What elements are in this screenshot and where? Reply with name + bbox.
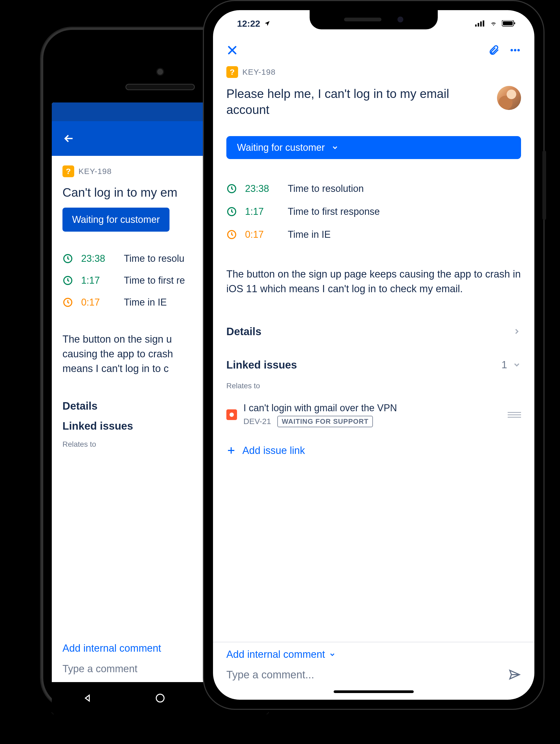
comment-input-row: Type a comment... [213, 663, 534, 684]
sla-label: Time to resolution [288, 183, 364, 194]
iphone-side-button [543, 150, 546, 220]
svg-point-14 [517, 49, 520, 51]
sla-label: Time in IE [288, 229, 331, 240]
linked-issue-status: WAITING FOR SUPPORT [277, 416, 373, 427]
status-label: Waiting for customer [72, 214, 160, 225]
svg-rect-5 [475, 25, 477, 27]
svg-rect-11 [514, 22, 515, 24]
reporter-avatar[interactable] [497, 86, 521, 110]
send-icon[interactable] [508, 668, 521, 681]
linked-issues-label: Linked issues [226, 359, 297, 371]
issue-type-icon: ? [226, 66, 238, 78]
linked-issue-row[interactable]: I can't login with gmail over the VPN DE… [226, 398, 521, 432]
details-label: Details [63, 400, 98, 412]
android-back-icon[interactable] [82, 692, 94, 704]
comment-type-label: Add internal comment [226, 649, 325, 660]
more-icon[interactable] [509, 44, 521, 56]
issue-key: KEY-198 [78, 167, 112, 176]
sla-row: 0:17Time in IE [226, 229, 521, 240]
back-arrow-icon[interactable] [63, 132, 75, 145]
sla-time: 0:17 [81, 297, 116, 308]
issue-type-icon: ? [63, 165, 74, 177]
issue-key-row: ? KEY-198 [226, 66, 521, 78]
iphone-notch [310, 10, 438, 29]
attachment-icon[interactable] [488, 44, 500, 56]
sla-time: 1:17 [245, 206, 280, 217]
sla-time: 0:17 [245, 229, 280, 240]
svg-rect-10 [503, 21, 513, 25]
chevron-right-icon [513, 327, 521, 336]
close-icon[interactable] [226, 44, 238, 56]
issue-description: The button on the sign up page keeps cau… [226, 267, 521, 296]
android-home-icon[interactable] [154, 692, 166, 704]
details-label: Details [226, 326, 261, 338]
location-icon [264, 20, 270, 27]
sla-row: 23:38Time to resolution [226, 183, 521, 194]
add-issue-link-label: Add issue link [242, 445, 305, 456]
chevron-down-icon [331, 144, 339, 151]
nav-bar [213, 37, 534, 64]
svg-point-13 [514, 49, 516, 51]
iphone-home-indicator[interactable] [213, 684, 534, 700]
sla-label: Time to first response [288, 206, 380, 217]
android-camera [156, 68, 164, 76]
sla-label: Time to resolu [124, 253, 184, 264]
plus-icon [226, 446, 236, 455]
chevron-down-icon [329, 651, 336, 658]
sla-time: 23:38 [81, 253, 116, 264]
comment-type-selector[interactable]: Add internal comment [213, 642, 534, 663]
drag-handle-icon[interactable] [508, 412, 521, 418]
sla-list: 23:38Time to resolution1:17Time to first… [226, 183, 521, 240]
linked-issue-key: DEV-21 [244, 417, 271, 426]
details-section[interactable]: Details [226, 326, 521, 338]
status-dropdown[interactable]: Waiting for customer [226, 136, 521, 159]
chevron-down-icon [513, 361, 521, 369]
status-label: Waiting for customer [237, 142, 325, 153]
linked-issues-section[interactable]: Linked issues 1 [226, 359, 521, 371]
svg-rect-7 [480, 21, 482, 27]
cellular-icon [475, 20, 485, 27]
svg-rect-8 [483, 21, 484, 27]
linked-count: 1 [501, 359, 507, 371]
wifi-icon [489, 20, 498, 27]
sla-time: 23:38 [245, 183, 280, 194]
sla-time: 1:17 [81, 275, 116, 286]
linked-issues-label: Linked issues [63, 420, 133, 432]
svg-point-12 [511, 49, 513, 51]
issue-key: KEY-198 [242, 68, 275, 77]
sla-row: 1:17Time to first response [226, 206, 521, 217]
comment-input[interactable]: Type a comment... [226, 669, 314, 681]
add-issue-link-button[interactable]: Add issue link [226, 440, 521, 467]
battery-icon [502, 20, 516, 27]
svg-point-3 [156, 694, 164, 702]
iphone-frame: 12:22 ? [203, 0, 545, 710]
iphone-screen: 12:22 ? [213, 10, 534, 700]
status-button[interactable]: Waiting for customer [63, 208, 170, 232]
linked-issue-title: I can't login with gmail over the VPN [244, 402, 501, 414]
svg-rect-6 [478, 23, 479, 27]
bug-icon [226, 409, 237, 420]
status-time: 12:22 [237, 18, 260, 29]
sla-label: Time to first re [124, 275, 185, 286]
relates-to-label: Relates to [226, 382, 521, 390]
iphone-content: ? KEY-198 Please help me, I can't log in… [213, 64, 534, 642]
issue-title: Please help me, I can't log in to my ema… [226, 86, 489, 118]
sla-label: Time in IE [124, 297, 167, 308]
android-speaker [125, 84, 195, 90]
